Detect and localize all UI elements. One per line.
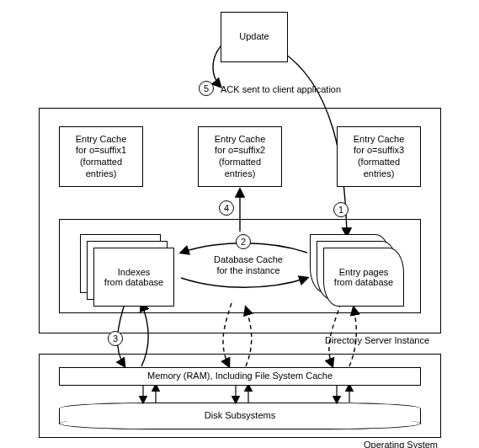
entrypages-l2: from database	[334, 277, 393, 287]
step-3-marker: 3	[108, 331, 123, 346]
disk-bottom	[59, 418, 421, 429]
ec1-l1: Entry Cache	[76, 134, 127, 144]
ec1-l3: (formatted	[80, 157, 122, 167]
entrypages-l1: Entry pages	[339, 267, 389, 277]
ec3-l2: for o=suffix3	[354, 145, 404, 155]
ram-label: Memory (RAM), Including File System Cach…	[147, 371, 333, 382]
entry-cache-1: Entry Cache for o=suffix1 (formatted ent…	[59, 126, 143, 187]
update-box: Update	[221, 12, 288, 62]
ram-box: Memory (RAM), Including File System Cach…	[59, 367, 421, 386]
ec1-l4: entries)	[86, 168, 117, 179]
step-2-marker: 2	[236, 234, 251, 249]
ec3-l4: entries)	[364, 168, 395, 179]
step-2-num: 2	[241, 237, 246, 247]
step-4-num: 4	[224, 203, 229, 213]
step-1-marker: 1	[333, 202, 349, 217]
diagram-canvas: Update Directory Server Instance Entry C…	[0, 0, 479, 448]
step-3-num: 3	[113, 333, 118, 344]
index-page-1: Indexes from database	[93, 248, 174, 307]
indexes-l1: Indexes	[118, 267, 151, 277]
ec2-l1: Entry Cache	[215, 134, 266, 144]
ec3-l1: Entry Cache	[354, 134, 405, 144]
entry-cache-2: Entry Cache for o=suffix2 (formatted ent…	[198, 126, 282, 187]
ack-label: ACK sent to client application	[221, 84, 341, 95]
ec2-l4: entries)	[225, 168, 256, 179]
db-cache-title-block: Database Cache for the instance	[206, 254, 290, 276]
ds-instance-label: Directory Server Instance	[325, 335, 429, 346]
step-5-marker: 5	[199, 81, 214, 96]
entry-page-1: Entry pages from database	[323, 248, 404, 307]
ec1-l2: for o=suffix1	[76, 145, 126, 155]
step-5-num: 5	[204, 83, 209, 93]
update-label: Update	[239, 31, 269, 43]
db-cache-title: Database Cache	[214, 254, 283, 264]
os-label: Operating System	[364, 440, 438, 448]
db-cache-subtitle: for the instance	[216, 265, 279, 275]
step-4-marker: 4	[219, 200, 234, 216]
indexes-l2: from database	[104, 277, 163, 287]
ec2-l2: for o=suffix2	[215, 145, 265, 155]
ec2-l3: (formatted	[219, 157, 261, 167]
entry-cache-3: Entry Cache for o=suffix3 (formatted ent…	[337, 126, 421, 187]
ec3-l3: (formatted	[358, 157, 400, 167]
step-1-num: 1	[338, 205, 343, 215]
